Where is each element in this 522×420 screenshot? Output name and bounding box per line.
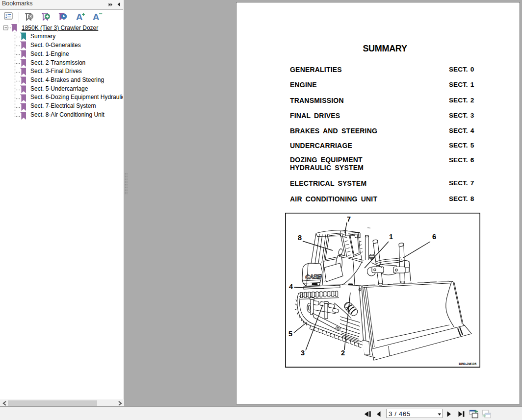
svg-text:2: 2 — [341, 349, 345, 357]
svg-text:3: 3 — [301, 349, 305, 357]
svg-text:5: 5 — [288, 330, 292, 338]
svg-text:A: A — [76, 12, 82, 22]
svg-text:8: 8 — [298, 234, 302, 242]
svg-text:1850-2M105: 1850-2M105 — [459, 362, 477, 366]
svg-text:4: 4 — [289, 283, 293, 291]
svg-text:CASE: CASE — [305, 273, 322, 281]
svg-text:1: 1 — [389, 233, 393, 241]
svg-text:7: 7 — [347, 215, 351, 223]
svg-text:6: 6 — [432, 233, 436, 241]
svg-text:A: A — [93, 12, 99, 22]
